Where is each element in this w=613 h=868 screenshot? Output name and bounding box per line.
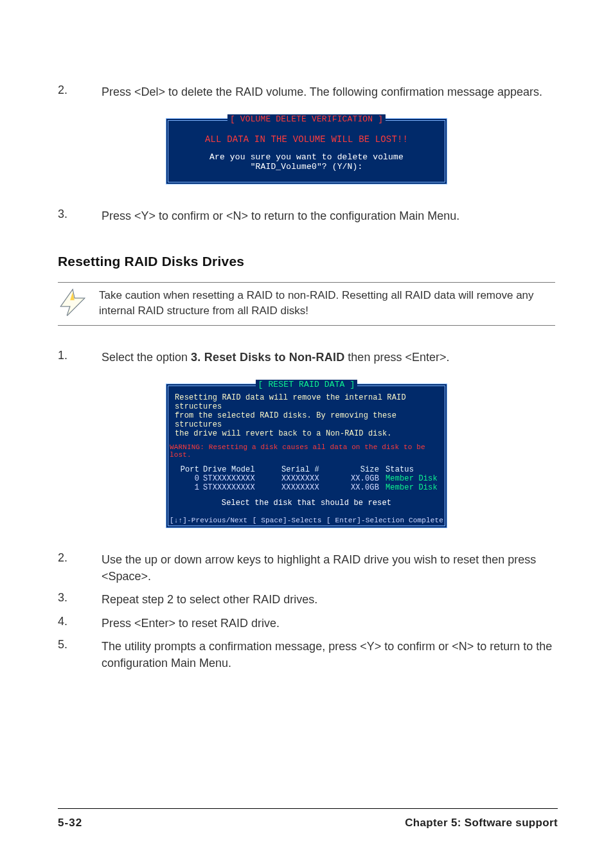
col-model: Drive Model — [203, 465, 281, 474]
note-text: Take caution when resetting a RAID to no… — [99, 288, 555, 319]
section-heading: Resetting RAID Disks Drives — [58, 254, 555, 269]
cell-model: STXXXXXXXXX — [203, 474, 281, 483]
step-number: 5. — [58, 638, 82, 671]
key-enter-complete: [ Enter]-Selection Complete — [326, 517, 443, 524]
step-number: 1. — [58, 349, 82, 366]
dialog-prompt[interactable]: Are you sure you want to delete volume "… — [177, 152, 436, 172]
dialog-footer-keys: [↓↑]-Previous/Next [ Space]-Selects [ En… — [168, 517, 445, 526]
cell-model: STXXXXXXXXX — [203, 483, 281, 492]
step-text-tail: then press <Enter>. — [344, 351, 449, 364]
chapter-title: Chapter 5: Software support — [405, 817, 558, 829]
dialog-instruction: Select the disk that should be reset — [175, 499, 438, 508]
col-serial: Serial # — [281, 465, 341, 474]
step-number: 2. — [58, 551, 82, 585]
page-number: 5-32 — [58, 817, 82, 829]
step-text: Select the option 3. Reset Disks to Non-… — [102, 349, 555, 366]
cell-size: XX.0GB — [341, 474, 386, 483]
dialog-title: [ RESET RAID DATA ] — [256, 380, 358, 389]
step-text: The utility prompts a confirmation messa… — [102, 638, 555, 671]
disk-row[interactable]: 0 STXXXXXXXXX XXXXXXXX XX.0GB Member Dis… — [175, 474, 438, 483]
step-text-lead: Select the option — [102, 351, 191, 364]
step-text: Press <Del> to delete the RAID volume. T… — [102, 84, 555, 100]
step-text: Use the up or down arrow keys to highlig… — [102, 551, 555, 585]
step-number: 4. — [58, 615, 82, 632]
step-number: 3. — [58, 591, 82, 608]
dialog-intro-line: from the selected RAID disks. By removin… — [175, 411, 438, 429]
cell-status: Member Disk — [386, 474, 438, 483]
step-text: Press <Y> to confirm or <N> to return to… — [102, 208, 555, 224]
key-prev-next: [↓↑]-Previous/Next — [170, 517, 247, 524]
caution-note: Take caution when resetting a RAID to no… — [58, 282, 555, 326]
step-number: 3. — [58, 208, 82, 224]
lightning-icon — [58, 288, 87, 320]
menu-option-bold: 3. Reset Disks to Non-RAID — [191, 351, 344, 364]
key-space-select: [ Space]-Selects — [253, 517, 322, 524]
cell-status: Member Disk — [386, 483, 438, 492]
dialog-intro-line: the drive will revert back to a Non-RAID… — [175, 429, 438, 438]
dialog-warning: ALL DATA IN THE VOLUME WILL BE LOST!! — [177, 134, 436, 145]
footer-rule — [58, 808, 558, 809]
cell-port: 0 — [175, 474, 203, 483]
dialog-title: [ VOLUME DELETE VERIFICATION ] — [227, 114, 386, 124]
dialog-warning: WARNING: Resetting a disk causes all dat… — [170, 443, 443, 459]
step-text: Press <Enter> to reset RAID drive. — [102, 615, 555, 632]
cell-port: 1 — [175, 483, 203, 492]
step-number: 2. — [58, 84, 82, 100]
disk-table-header: Port Drive Model Serial # Size Status — [175, 465, 438, 474]
cell-size: XX.0GB — [341, 483, 386, 492]
volume-delete-dialog: [ VOLUME DELETE VERIFICATION ] ALL DATA … — [166, 118, 447, 184]
cell-serial: XXXXXXXX — [281, 483, 341, 492]
step-text: Repeat step 2 to select other RAID drive… — [102, 591, 555, 608]
cell-serial: XXXXXXXX — [281, 474, 341, 483]
col-status: Status — [386, 465, 438, 474]
col-port: Port — [175, 465, 203, 474]
col-size: Size — [341, 465, 386, 474]
dialog-intro-line: Resetting RAID data will remove the inte… — [175, 393, 438, 411]
disk-row[interactable]: 1 STXXXXXXXXX XXXXXXXX XX.0GB Member Dis… — [175, 483, 438, 492]
reset-raid-dialog: [ RESET RAID DATA ] Resetting RAID data … — [166, 384, 447, 528]
